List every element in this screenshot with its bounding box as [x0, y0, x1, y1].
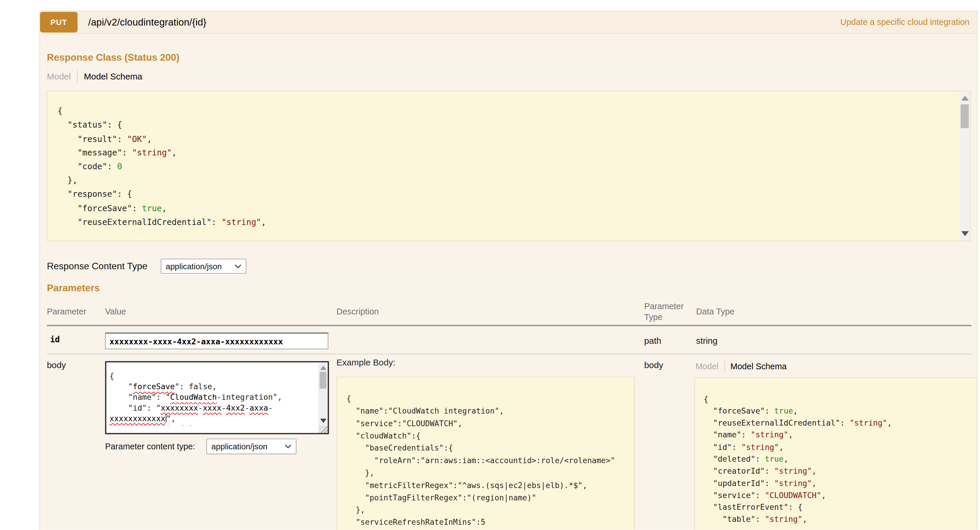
- column-header-data-type: Data Type: [696, 307, 735, 316]
- body-parameter-type: body: [644, 360, 663, 370]
- resize-grip-icon[interactable]: [318, 425, 328, 433]
- parameter-content-type-value: application/json: [212, 442, 267, 451]
- tab-separator: [77, 70, 78, 83]
- parameter-content-type-label: Parameter content type:: [105, 442, 195, 451]
- response-content-type-value: application/json: [166, 262, 222, 271]
- response-schema-scrollbar[interactable]: [959, 91, 970, 241]
- tab-model[interactable]: Model: [695, 361, 718, 371]
- operation-summary-link[interactable]: Update a specific cloud integration: [840, 17, 969, 27]
- chevron-down-icon: [285, 444, 291, 449]
- tab-model-schema[interactable]: Model Schema: [730, 361, 787, 371]
- response-class-tabs: Model Model Schema: [47, 70, 142, 83]
- body-json-editor-text: { "forceSave": false, "name": "CloudWatc…: [110, 371, 317, 425]
- param-name-id: id: [50, 335, 60, 344]
- tab-separator: [724, 360, 725, 371]
- table-row-divider: [47, 354, 972, 354]
- chevron-down-icon: [235, 264, 241, 268]
- column-header-description: Description: [336, 307, 379, 316]
- scroll-down-icon[interactable]: [320, 419, 326, 423]
- example-body-label: Example Body:: [336, 357, 396, 368]
- tab-model[interactable]: Model: [47, 71, 71, 81]
- endpoint-path[interactable]: /api/v2/cloudintegration/{id}: [88, 16, 207, 28]
- scroll-up-icon[interactable]: [320, 365, 326, 370]
- http-method-badge[interactable]: PUT: [40, 12, 78, 32]
- swagger-operation-page: PUT /api/v2/cloudintegration/{id} Update…: [0, 0, 980, 530]
- body-value-textarea[interactable]: { "forceSave": false, "name": "CloudWatc…: [105, 361, 329, 434]
- example-body-box: { "name":"CloudWatch integration", "serv…: [336, 377, 635, 530]
- table-header-rule: [47, 325, 972, 326]
- column-header-parameter: Parameter: [47, 307, 86, 316]
- scrollbar-thumb[interactable]: [961, 105, 969, 128]
- parameter-content-type-select[interactable]: application/json: [207, 438, 296, 454]
- body-model-schema-code: { "forceSave": true, "reuseExternalIdCre…: [704, 393, 974, 530]
- textarea-scrollbar[interactable]: [318, 363, 328, 425]
- example-body-code: { "name":"CloudWatch integration", "serv…: [347, 394, 632, 530]
- response-schema-box: { "status": { "result": "OK", "message":…: [47, 90, 970, 241]
- id-data-type: string: [696, 336, 718, 346]
- body-model-schema-box: { "forceSave": true, "reuseExternalIdCre…: [694, 378, 978, 530]
- column-header-value: Value: [105, 307, 126, 316]
- scrollbar-thumb[interactable]: [320, 372, 326, 389]
- response-content-type-label: Response Content Type: [47, 260, 147, 271]
- tab-model-schema[interactable]: Model Schema: [84, 71, 142, 81]
- column-header-parameter-type: Parameter Type: [644, 301, 689, 322]
- response-class-title: Response Class (Status 200): [47, 52, 180, 63]
- operation-heading-bar[interactable]: PUT /api/v2/cloudintegration/{id} Update…: [39, 11, 977, 34]
- parameters-title: Parameters: [47, 282, 100, 294]
- id-parameter-type: path: [644, 336, 661, 346]
- body-model-tabs: Model Model Schema: [695, 360, 787, 371]
- id-value-input[interactable]: [105, 332, 329, 349]
- response-content-type-select[interactable]: application/json: [161, 259, 246, 274]
- response-schema-code: { "status": { "result": "OK", "message":…: [57, 105, 956, 232]
- scroll-down-icon[interactable]: [961, 231, 969, 236]
- param-name-body: body: [47, 360, 66, 370]
- scroll-up-icon[interactable]: [961, 95, 969, 101]
